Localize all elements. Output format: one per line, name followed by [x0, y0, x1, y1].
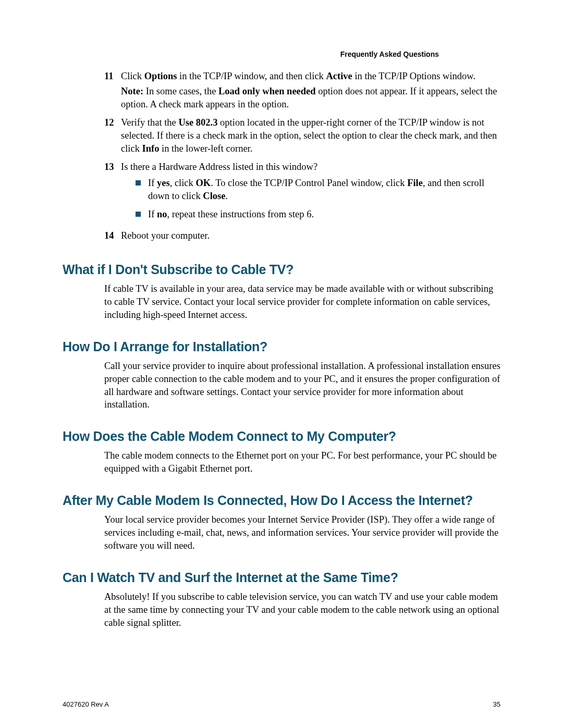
- text: . To close the TCP/IP Control Panel wind…: [211, 178, 407, 188]
- step-body: Is there a Hardware Address listed in th…: [121, 161, 500, 226]
- text: If: [148, 178, 157, 188]
- bullet-no: If no, repeat these instructions from st…: [136, 208, 500, 221]
- step-number: 13: [104, 161, 121, 226]
- step-body: Click Options in the TCP/IP window, and …: [121, 70, 500, 113]
- bold-file: File: [407, 178, 423, 188]
- footer-doc-id: 4027620 Rev A: [63, 700, 109, 708]
- text: in the TCP/IP window, and then click: [177, 71, 326, 81]
- text: Click: [121, 71, 144, 81]
- body-access: Your local service provider becomes your…: [104, 513, 500, 552]
- text: Reboot your computer.: [121, 229, 210, 242]
- main-content: 11 Click Options in the TCP/IP window, a…: [63, 70, 500, 630]
- text: In some cases, the: [143, 86, 218, 96]
- bold-close: Close: [203, 191, 225, 201]
- body-cable-tv: If cable TV is available in your area, d…: [104, 282, 500, 322]
- text: Verify that the: [121, 117, 178, 128]
- text: If: [148, 209, 157, 219]
- step-number: 14: [104, 229, 121, 244]
- step-12: 12 Verify that the Use 802.3 option loca…: [104, 116, 500, 157]
- text: , repeat these instructions from step 6.: [167, 209, 314, 219]
- numbered-steps: 11 Click Options in the TCP/IP window, a…: [104, 70, 500, 244]
- text: .: [226, 191, 228, 201]
- header-label: Frequently Asked Questions: [340, 50, 439, 58]
- square-bullet-icon: [136, 180, 141, 186]
- page: Frequently Asked Questions 11 Click Opti…: [0, 0, 563, 728]
- bold-options: Options: [144, 71, 177, 81]
- heading-tv-surf: Can I Watch TV and Surf the Internet at …: [63, 570, 500, 585]
- step-11: 11 Click Options in the TCP/IP window, a…: [104, 70, 500, 113]
- body-install: Call your service provider to inquire ab…: [104, 360, 500, 412]
- bold-note: Note:: [121, 86, 143, 96]
- footer-page-number: 35: [493, 700, 500, 708]
- heading-cable-tv: What if I Don't Subscribe to Cable TV?: [63, 262, 500, 277]
- step-lead: Is there a Hardware Address listed in th…: [121, 161, 500, 174]
- step-number: 12: [104, 116, 121, 157]
- bold-info: Info: [142, 143, 160, 154]
- footer: 4027620 Rev A 35: [63, 700, 500, 708]
- step-number: 11: [104, 70, 121, 113]
- step-14: 14 Reboot your computer.: [104, 229, 500, 244]
- heading-access: After My Cable Modem Is Connected, How D…: [63, 493, 500, 508]
- text: in the TCP/IP Options window.: [352, 71, 475, 81]
- bold-use-8023: Use 802.3: [178, 117, 217, 128]
- step-body: Reboot your computer.: [121, 229, 210, 244]
- text: in the lower-left corner.: [159, 143, 252, 154]
- body-tv-surf: Absolutely! If you subscribe to cable te…: [104, 590, 500, 630]
- bold-active: Active: [326, 71, 352, 81]
- heading-install: How Do I Arrange for Installation?: [63, 339, 500, 354]
- heading-connect: How Does the Cable Modem Connect to My C…: [63, 429, 500, 444]
- step-body: Verify that the Use 802.3 option located…: [121, 116, 500, 157]
- body-connect: The cable modem connects to the Ethernet…: [104, 449, 500, 475]
- sub-bullets: If yes, click OK. To close the TCP/IP Co…: [136, 177, 500, 221]
- bold-yes: yes: [157, 178, 170, 188]
- step-13: 13 Is there a Hardware Address listed in…: [104, 161, 500, 226]
- bold-no: no: [157, 209, 167, 219]
- square-bullet-icon: [136, 212, 141, 217]
- bold-load-only: Load only when needed: [218, 86, 316, 96]
- text: , click: [170, 178, 196, 188]
- bold-ok: OK: [195, 178, 211, 188]
- bullet-yes: If yes, click OK. To close the TCP/IP Co…: [136, 177, 500, 203]
